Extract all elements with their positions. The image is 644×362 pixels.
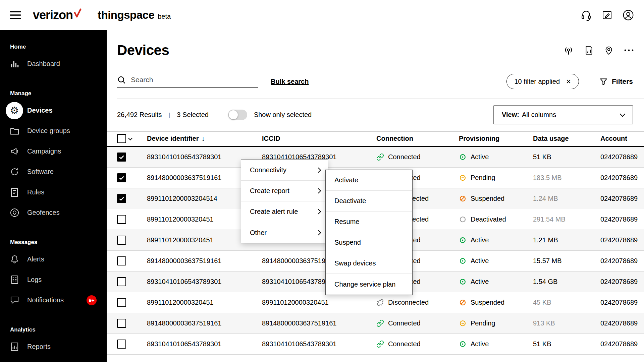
connection-cell: Connected	[376, 153, 459, 161]
table-row[interactable]: 8914800000363751916189148000003637519161…	[107, 313, 644, 334]
sort-descending-icon[interactable]: ↓	[202, 135, 205, 142]
iccid-cell: 89148000003637519161	[262, 319, 376, 327]
broadcast-icon[interactable]	[563, 45, 574, 56]
view-label: View:	[502, 111, 519, 119]
chevron-right-icon	[316, 188, 321, 194]
account-cell: 0242078689	[600, 153, 644, 161]
device-identifier-cell: 89310410106543789301	[147, 340, 262, 348]
verizon-wordmark: verizon	[33, 8, 73, 22]
filter-pill-label: 10 filter applied	[514, 78, 560, 85]
row-checkbox[interactable]	[117, 194, 126, 203]
view-value: All columns	[522, 111, 556, 119]
beta-label: beta	[158, 13, 171, 20]
location-pin-icon[interactable]	[604, 45, 614, 56]
disconnected-icon	[376, 299, 384, 306]
header-provisioning[interactable]: Provisioning	[459, 135, 533, 142]
context-submenu: ActivateDeactivateResumeSuspendSwap devi…	[325, 170, 413, 295]
row-select-cell	[107, 340, 147, 349]
data-usage-cell: 51 KB	[533, 340, 600, 348]
header-connection[interactable]: Connection	[376, 135, 459, 142]
provisioning-cell: Active	[459, 278, 533, 286]
row-checkbox[interactable]	[117, 256, 126, 265]
results-count: 26,492 Results	[117, 111, 162, 119]
row-checkbox[interactable]	[117, 236, 126, 245]
menu-item-swap-devices[interactable]: Swap devices	[326, 253, 412, 274]
row-checkbox[interactable]	[117, 298, 126, 307]
feedback-icon[interactable]	[602, 10, 612, 20]
support-headset-icon[interactable]	[581, 10, 592, 21]
table-row[interactable]: 8931041010654378930189310410106543789301…	[107, 334, 644, 355]
header-account[interactable]: Account	[600, 135, 644, 142]
sidebar-section-analytics: Analytics Reports	[0, 326, 107, 357]
header-device-identifier[interactable]: Device identifier↓	[147, 135, 262, 142]
sidebar-item-alerts[interactable]: Alerts	[0, 249, 107, 269]
provisioning-cell: Deactivated	[459, 216, 533, 223]
header-iccid[interactable]: ICCID	[262, 135, 376, 142]
menu-item-connectivity[interactable]: Connectivity	[241, 160, 328, 181]
menu-item-create-report[interactable]: Create report	[241, 181, 328, 201]
clear-filters-icon[interactable]: ✕	[566, 78, 571, 85]
menu-item-deactivate[interactable]: Deactivate	[326, 191, 412, 212]
active-status-icon	[459, 278, 467, 286]
sidebar-section-home: Home Devices Dashboard	[0, 44, 107, 74]
show-only-selected-toggle[interactable]	[228, 110, 247, 120]
bulk-search-link[interactable]: Bulk search	[271, 78, 309, 85]
devices-icon: ⚙	[6, 102, 23, 119]
row-checkbox[interactable]	[117, 153, 126, 162]
data-usage-cell: 183.5 MB	[533, 174, 600, 182]
sidebar-item-rules[interactable]: Rules	[0, 182, 107, 202]
chevron-right-icon	[316, 209, 321, 215]
sidebar-item-geofences[interactable]: Geofences	[0, 202, 107, 223]
sidebar-item-reports[interactable]: Reports	[0, 337, 107, 357]
row-checkbox[interactable]	[117, 340, 126, 349]
provisioning-cell: Active	[459, 236, 533, 244]
data-usage-cell: 51 KB	[533, 153, 600, 161]
context-menu: ConnectivityCreate reportCreate alert ru…	[241, 160, 328, 243]
menu-item-activate[interactable]: Activate	[326, 170, 412, 191]
menu-item-resume[interactable]: Resume	[326, 212, 412, 232]
sidebar-item-dashboard[interactable]: Devices Dashboard	[0, 54, 107, 74]
row-checkbox[interactable]	[117, 173, 126, 182]
notifications-badge: 9+	[87, 295, 97, 305]
hamburger-menu-icon[interactable]	[9, 10, 21, 20]
sidebar-item-campaigns[interactable]: Campaigns	[0, 141, 107, 162]
account-icon[interactable]	[623, 9, 634, 21]
row-checkbox[interactable]	[117, 215, 126, 224]
section-label-analytics: Analytics	[0, 326, 107, 333]
account-cell: 0242078689	[600, 236, 644, 244]
row-checkbox[interactable]	[117, 277, 126, 286]
row-select-cell	[107, 277, 147, 286]
filter-applied-pill[interactable]: 10 filter applied ✕	[506, 74, 579, 89]
sidebar-item-software[interactable]: Software	[0, 162, 107, 182]
sidebar-item-device-groups[interactable]: Device groups	[0, 121, 107, 141]
menu-item-change-service-plan[interactable]: Change service plan	[326, 274, 412, 295]
sidebar-item-logs[interactable]: Logs	[0, 269, 107, 290]
row-checkbox[interactable]	[117, 319, 126, 328]
connected-icon	[376, 340, 384, 348]
sidebar-item-devices[interactable]: ⚙ Devices	[0, 100, 107, 121]
active-status-icon	[459, 236, 467, 244]
account-cell: 0242078689	[600, 319, 644, 327]
report-chart-icon	[6, 338, 23, 356]
account-cell: 0242078689	[600, 216, 644, 223]
provisioning-cell: Suspended	[459, 299, 533, 306]
more-options-icon[interactable]	[624, 49, 634, 52]
select-all-checkbox[interactable]	[117, 134, 126, 143]
view-columns-dropdown[interactable]: View: All columns	[493, 105, 633, 124]
menu-item-other[interactable]: Other	[241, 222, 328, 243]
filters-button[interactable]: Filters	[599, 77, 633, 86]
table-row[interactable]: 8931041010654378930189310410106543789301…	[107, 147, 644, 168]
menu-item-create-alert-rule[interactable]: Create alert rule	[241, 201, 328, 222]
account-cell: 0242078689	[600, 257, 644, 265]
row-select-cell	[107, 319, 147, 328]
table-row[interactable]: 899110120000320451899110120000320451Disc…	[107, 292, 644, 313]
sim-card-icon[interactable]	[584, 45, 594, 56]
connection-cell: Connected	[376, 340, 459, 348]
search-input[interactable]	[131, 76, 258, 84]
results-separator: |	[168, 111, 170, 119]
header-data-usage[interactable]: Data usage	[533, 135, 600, 142]
sidebar-item-notifications[interactable]: Notifications 9+	[0, 290, 107, 310]
select-menu-chevron-icon[interactable]	[128, 136, 132, 140]
menu-item-suspend[interactable]: Suspend	[326, 232, 412, 253]
device-identifier-cell: 89148000003637519161	[147, 257, 262, 265]
